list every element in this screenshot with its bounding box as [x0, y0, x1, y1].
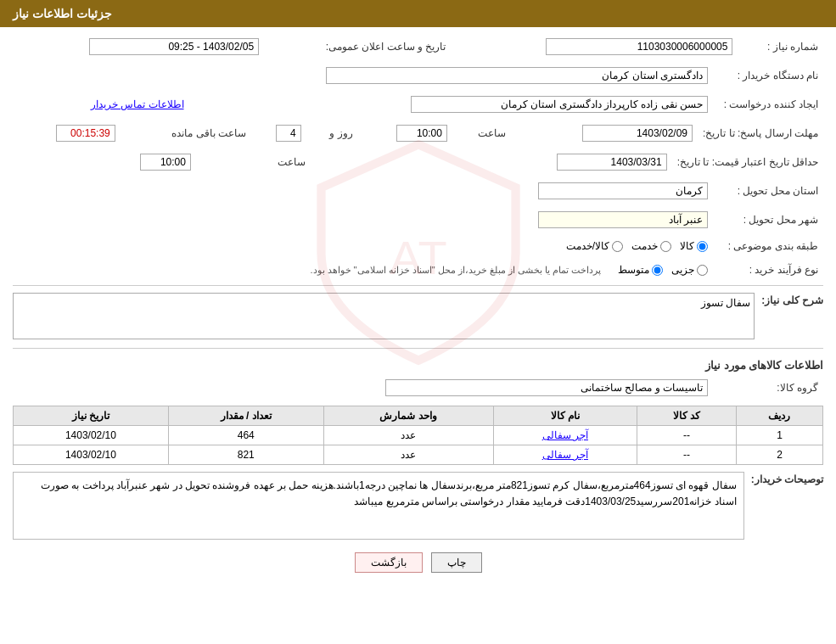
table-row: 2 -- آجر سفالی عدد 821 1403/02/10 [14, 445, 823, 465]
col-namKala: نام کالا [493, 406, 637, 426]
goods-table: ردیف کد کالا نام کالا واحد شمارش تعداد /… [13, 406, 823, 465]
haddaghal-date: 1403/03/31 [557, 154, 667, 171]
tosih-label: توصیحات خریدار: [751, 472, 823, 485]
page-title: جزئیات اطلاعات نیاز [13, 7, 112, 20]
mohlat-remain: 00:15:39 [56, 125, 115, 142]
mohlat-time: 10:00 [396, 125, 447, 142]
cell-tedad: 821 [168, 445, 323, 465]
divider-2 [13, 348, 823, 349]
cell-namKala[interactable]: آجر سفالی [493, 426, 637, 445]
shahr-label: شهر محل تحویل : [713, 209, 823, 231]
noeFarayand-jozi-option[interactable]: جزیی [671, 264, 708, 276]
cell-namKala[interactable]: آجر سفالی [493, 445, 637, 465]
groupKala-table: گروه کالا: تاسیسات و مصالح ساختمانی [13, 377, 823, 399]
noeFarayand-motevaset-label: متوسط [618, 264, 649, 276]
cell-vahed: عدد [323, 445, 493, 465]
col-tarikhNiaz: تاریخ نیاز [14, 406, 169, 426]
ostan-label: استان محل تحویل : [713, 180, 823, 202]
table-row: 1 -- آجر سفالی عدد 464 1403/02/10 [14, 426, 823, 445]
tabaghe-kalakhedmat-label: کالا/خدمت [566, 240, 609, 252]
cell-radif: 2 [736, 445, 822, 465]
noeFarayand-note: پرداخت تمام یا بخشی از مبلغ خرید،از محل … [310, 265, 609, 276]
groupKala-label: گروه کالا: [713, 377, 823, 399]
print-button[interactable]: چاپ [431, 552, 482, 573]
tabaghe-khedmat-label: خدمت [631, 240, 658, 252]
tabaghe-radio-group: کالا خدمت کالا/خدمت [18, 240, 708, 252]
mohlat-table: مهلت ارسال پاسخ: تا تاریخ: 1403/02/09 سا… [13, 122, 823, 144]
haddaghal-table: حداقل تاریخ اعتبار قیمت: تا تاریخ: 1403/… [13, 151, 823, 173]
sharhKoli-textarea[interactable]: سفال تسوز [13, 293, 755, 339]
noeFarayand-motevaset-option[interactable]: متوسط [618, 264, 663, 276]
shomareNiaz-value: 1103030006000005 [546, 38, 732, 55]
tabaghe-kala-option[interactable]: کالا [680, 240, 708, 252]
shahr-value: عنبر آباد [538, 211, 708, 228]
sharhKoli-area: شرح کلی نیاز: سفال تسوز [13, 293, 823, 339]
page-wrapper: جزئیات اطلاعات نیاز AT شماره نیاز : 1103… [0, 0, 836, 644]
mohlat-day: 4 [276, 125, 301, 142]
tabaghe-kala-label: کالا [680, 240, 694, 252]
mohlat-day-label: روز و [306, 122, 358, 144]
tabaghe-khedmat-option[interactable]: خدمت [631, 240, 671, 252]
bottom-buttons: چاپ بازگشت [13, 552, 823, 573]
shahr-table: شهر محل تحویل : عنبر آباد [13, 209, 823, 231]
namDastgah-value: دادگستری استان کرمان [326, 67, 708, 84]
noeFarayand-radio-group: جزیی متوسط پرداخت تمام یا بخشی از مبلغ خ… [18, 264, 708, 276]
kalaInfo-title: اطلاعات کالاهای مورد نیاز [13, 359, 823, 372]
noeFarayand-jozi-label: جزیی [671, 264, 694, 276]
col-vahedShomarsh: واحد شمارش [323, 406, 493, 426]
page-header: جزئیات اطلاعات نیاز [0, 0, 836, 27]
mohlat-time-label: ساعت [452, 122, 512, 144]
cell-kodKala: -- [637, 426, 736, 445]
mohlat-date: 1403/02/09 [582, 125, 693, 142]
col-radif: ردیف [736, 406, 822, 426]
divider-1 [13, 285, 823, 286]
ostan-table: استان محل تحویل : کرمان [13, 180, 823, 202]
tosih-area: توصیحات خریدار: سفال قهوه ای تسوز464مترم… [13, 472, 823, 540]
ijadKonande-label: ایجاد کننده درخواست : [713, 93, 823, 115]
tabaghe-kalakhedmat-option[interactable]: کالا/خدمت [566, 240, 623, 252]
namDastgah-label: نام دستگاه خریدار : [713, 64, 823, 87]
groupKala-value: تاسیسات و مصالح ساختمانی [385, 379, 708, 396]
mohlat-label: مهلت ارسال پاسخ: تا تاریخ: [698, 122, 823, 144]
ijadKonande-value: حسن نقی زاده کارپرداز دادگستری استان کرم… [411, 96, 708, 113]
cell-vahed: عدد [323, 426, 493, 445]
dastgah-table: نام دستگاه خریدار : دادگستری استان کرمان [13, 64, 823, 87]
noeFarayand-table: نوع فرآیند خرید : جزیی متوسط پرداخت تمام… [13, 261, 823, 278]
sharhKoli-label: شرح کلی نیاز: [761, 293, 823, 306]
ijadKonande-link[interactable]: اطلاعات تماس خریدار [91, 98, 184, 110]
cell-tedad: 464 [168, 426, 323, 445]
tabaghe-label: طبقه بندی موضوعی : [713, 238, 823, 255]
haddaghal-time: 10:00 [140, 154, 191, 171]
main-content: AT شماره نیاز : 1103030006000005 تاریخ و… [0, 27, 836, 594]
cell-radif: 1 [736, 426, 822, 445]
ostan-value: کرمان [538, 182, 708, 199]
top-info-table: شماره نیاز : 1103030006000005 تاریخ و سا… [13, 36, 823, 58]
tarikhElan-label: تاریخ و ساعت اعلان عمومی: [264, 36, 463, 58]
cell-tarikh: 1403/02/10 [14, 445, 169, 465]
haddaghal-label: حداقل تاریخ اعتبار قیمت: تا تاریخ: [672, 151, 823, 173]
ijad-table: ایجاد کننده درخواست : حسن نقی زاده کارپر… [13, 93, 823, 115]
tabaghe-table: طبقه بندی موضوعی : کالا خدمت [13, 238, 823, 255]
cell-tarikh: 1403/02/10 [14, 426, 169, 445]
cell-kodKala: -- [637, 445, 736, 465]
mohlat-remain-label: ساعت باقی مانده [121, 122, 251, 144]
shomareNiaz-label: شماره نیاز : [738, 36, 823, 58]
noeFarayand-label: نوع فرآیند خرید : [713, 261, 823, 278]
haddaghal-time-label: ساعت [196, 151, 311, 173]
tarikhElan-value: 1403/02/05 - 09:25 [89, 38, 259, 55]
tosih-value: سفال قهوه ای تسوز464مترمربع،سفال کرم تسو… [13, 472, 744, 540]
col-kodKala: کد کالا [637, 406, 736, 426]
back-button[interactable]: بازگشت [355, 552, 423, 573]
col-tedad: تعداد / مقدار [168, 406, 323, 426]
